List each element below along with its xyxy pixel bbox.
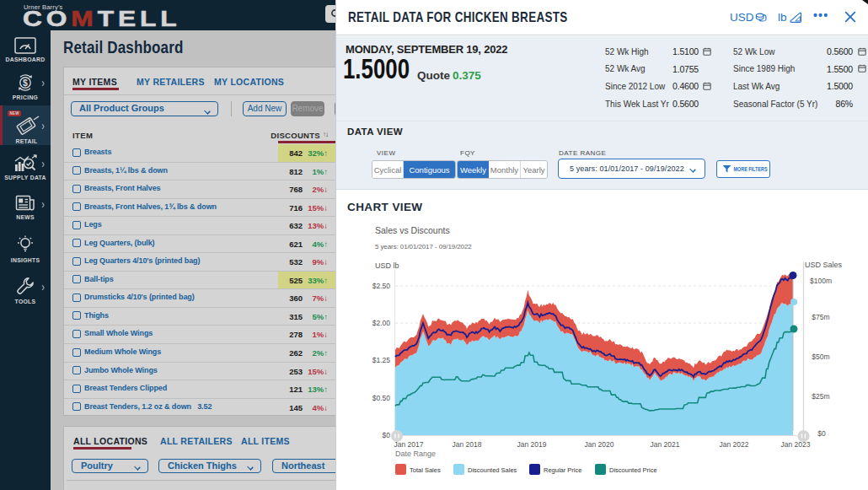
svg-text:$25m: $25m	[812, 392, 829, 401]
svg-text:Total Sales: Total Sales	[410, 466, 441, 474]
svg-text:Discounted Price: Discounted Price	[609, 466, 657, 474]
svg-text:USD lb: USD lb	[375, 261, 399, 270]
svg-text:Jan 2023: Jan 2023	[781, 440, 811, 449]
svg-text:$75m: $75m	[812, 313, 829, 321]
svg-text:$0: $0	[817, 429, 826, 438]
svg-text:USD Sales: USD Sales	[805, 261, 843, 269]
svg-text:Regular Price: Regular Price	[544, 466, 581, 474]
svg-text:$0.50: $0.50	[372, 394, 391, 402]
svg-text:Jan 2021: Jan 2021	[651, 440, 680, 449]
svg-text:Jan 2022: Jan 2022	[720, 440, 749, 449]
svg-text:$0: $0	[383, 431, 391, 439]
svg-text:$50m: $50m	[812, 353, 829, 361]
svg-text:$2.00: $2.00	[372, 319, 391, 327]
svg-text:MORE FILTERS: MORE FILTERS	[734, 166, 769, 172]
svg-text:$100m: $100m	[810, 277, 832, 285]
svg-text:Jan 2019: Jan 2019	[517, 440, 547, 449]
svg-text:$1.25: $1.25	[372, 356, 391, 364]
svg-text:Jan 2018: Jan 2018	[453, 440, 482, 449]
svg-text:Jan 2020: Jan 2020	[585, 440, 614, 449]
svg-text:Discounted Sales: Discounted Sales	[468, 466, 517, 474]
svg-text:$2.50: $2.50	[372, 282, 391, 290]
svg-text:Date Range: Date Range	[395, 450, 436, 458]
